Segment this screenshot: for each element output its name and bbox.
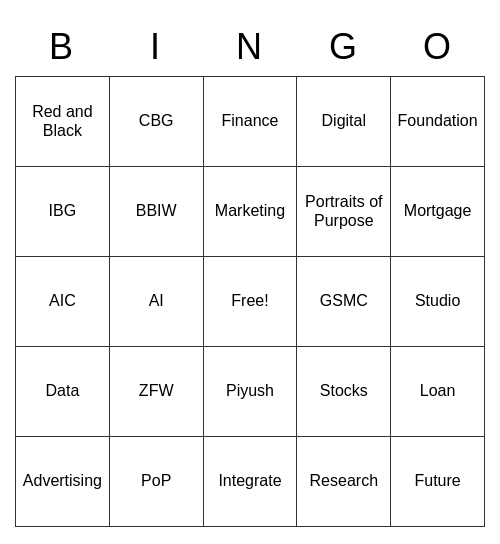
cell-r2-c0: AIC	[16, 257, 110, 347]
cell-r4-c3: Research	[297, 437, 391, 527]
cell-content: CBG	[139, 111, 174, 130]
cell-r2-c3: GSMC	[297, 257, 391, 347]
cell-r1-c2: Marketing	[204, 167, 298, 257]
cell-content: IBG	[49, 201, 77, 220]
cell-content: Advertising	[23, 471, 102, 490]
bingo-grid: Red and BlackCBGFinanceDigitalFoundation…	[15, 76, 485, 527]
cell-content: AI	[149, 291, 164, 310]
cell-r3-c2: Piyush	[204, 347, 298, 437]
cell-r4-c4: Future	[391, 437, 485, 527]
cell-content: Loan	[420, 381, 456, 400]
cell-r3-c4: Loan	[391, 347, 485, 437]
cell-r2-c1: AI	[110, 257, 204, 347]
cell-content: Finance	[222, 111, 279, 130]
cell-content: Foundation	[398, 111, 478, 130]
cell-r0-c3: Digital	[297, 77, 391, 167]
header-letter: I	[109, 18, 203, 76]
cell-content: Red and Black	[20, 102, 105, 140]
cell-content: Digital	[322, 111, 366, 130]
cell-content: Free!	[231, 291, 268, 310]
header-letter: O	[391, 18, 485, 76]
cell-content: Piyush	[226, 381, 274, 400]
cell-content: Stocks	[320, 381, 368, 400]
cell-r1-c1: BBIW	[110, 167, 204, 257]
cell-r2-c4: Studio	[391, 257, 485, 347]
cell-r0-c1: CBG	[110, 77, 204, 167]
cell-content: GSMC	[320, 291, 368, 310]
bingo-card: BINGO Red and BlackCBGFinanceDigitalFoun…	[15, 18, 485, 527]
cell-content: Research	[310, 471, 378, 490]
cell-r4-c0: Advertising	[16, 437, 110, 527]
cell-content: Mortgage	[404, 201, 472, 220]
cell-content: Studio	[415, 291, 460, 310]
cell-r1-c3: Portraits of Purpose	[297, 167, 391, 257]
cell-r0-c2: Finance	[204, 77, 298, 167]
cell-content: Future	[414, 471, 460, 490]
cell-content: Marketing	[215, 201, 285, 220]
cell-content: AIC	[49, 291, 76, 310]
cell-r1-c4: Mortgage	[391, 167, 485, 257]
cell-r2-c2: Free!	[204, 257, 298, 347]
cell-content: Portraits of Purpose	[301, 192, 386, 230]
cell-content: Data	[46, 381, 80, 400]
cell-content: BBIW	[136, 201, 177, 220]
cell-r3-c1: ZFW	[110, 347, 204, 437]
cell-content: ZFW	[139, 381, 174, 400]
cell-content: Integrate	[218, 471, 281, 490]
cell-r3-c0: Data	[16, 347, 110, 437]
header-letter: G	[297, 18, 391, 76]
cell-r4-c1: PoP	[110, 437, 204, 527]
cell-r0-c4: Foundation	[391, 77, 485, 167]
cell-r3-c3: Stocks	[297, 347, 391, 437]
cell-content: PoP	[141, 471, 171, 490]
cell-r1-c0: IBG	[16, 167, 110, 257]
header-letter: B	[15, 18, 109, 76]
header-letter: N	[203, 18, 297, 76]
bingo-header: BINGO	[15, 18, 485, 76]
cell-r0-c0: Red and Black	[16, 77, 110, 167]
cell-r4-c2: Integrate	[204, 437, 298, 527]
